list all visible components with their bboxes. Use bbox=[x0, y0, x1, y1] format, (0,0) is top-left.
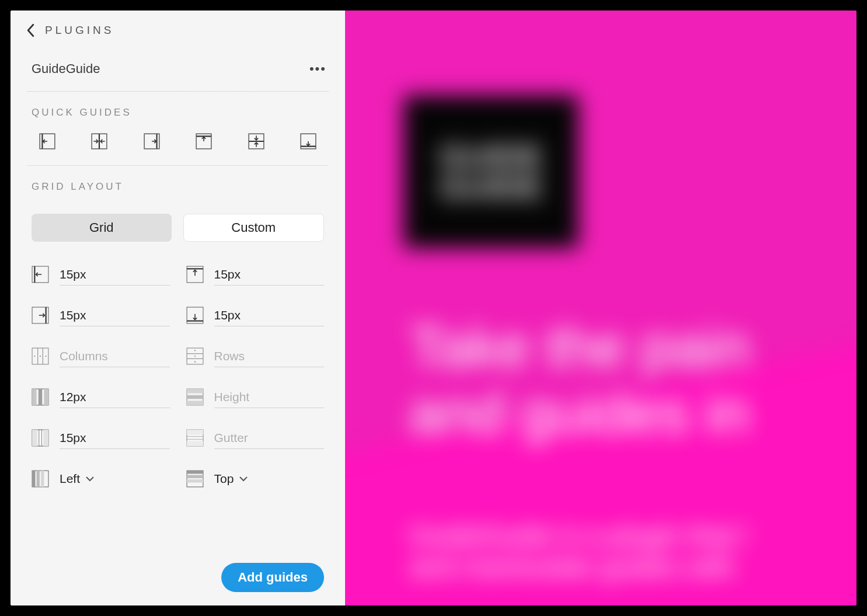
v-align-value: Top bbox=[214, 472, 234, 486]
quick-guide-top[interactable] bbox=[194, 131, 214, 151]
canvas-preview: GUIDE GUIDE Take the pain and guides in … bbox=[345, 11, 856, 605]
svg-rect-49 bbox=[32, 471, 35, 487]
v-align-select[interactable]: Top bbox=[214, 472, 248, 486]
svg-rect-37 bbox=[187, 389, 203, 394]
svg-rect-41 bbox=[32, 430, 37, 446]
section-quick-guides-label: QUICK GUIDES bbox=[11, 92, 345, 127]
grid-mode-toggle: Grid Custom bbox=[11, 201, 345, 249]
svg-rect-39 bbox=[187, 401, 203, 405]
columns-input[interactable] bbox=[60, 349, 170, 363]
plugin-name: GuideGuide bbox=[32, 61, 100, 76]
column-width-icon bbox=[32, 388, 49, 406]
chevron-down-icon bbox=[86, 476, 94, 482]
plugin-panel: PLUGINS GuideGuide ••• QUICK GUIDES bbox=[11, 11, 345, 605]
canvas-logo: GUIDE GUIDE bbox=[403, 95, 579, 248]
chevron-left-icon bbox=[27, 24, 34, 37]
svg-rect-55 bbox=[187, 479, 203, 482]
svg-rect-45 bbox=[187, 430, 203, 435]
row-height-icon bbox=[186, 388, 204, 406]
rows-icon bbox=[186, 347, 204, 365]
margin-right-input[interactable] bbox=[60, 308, 170, 322]
svg-point-25 bbox=[46, 356, 47, 357]
breadcrumb[interactable]: PLUGINS bbox=[11, 11, 345, 50]
rows-input[interactable] bbox=[214, 349, 325, 363]
svg-rect-51 bbox=[41, 471, 44, 487]
canvas-subtext: GuideGuide is a plugin that l and maniou… bbox=[409, 520, 747, 583]
margin-left-input[interactable] bbox=[60, 267, 170, 281]
quick-guide-h-center[interactable] bbox=[89, 131, 109, 151]
quick-guide-bottom[interactable] bbox=[298, 131, 318, 151]
svg-rect-38 bbox=[187, 395, 203, 399]
svg-rect-43 bbox=[43, 430, 48, 446]
margin-right-icon bbox=[32, 307, 49, 324]
svg-point-30 bbox=[194, 356, 195, 357]
margin-bottom-icon bbox=[186, 307, 204, 324]
row-height-input[interactable] bbox=[214, 390, 325, 404]
svg-point-24 bbox=[40, 356, 41, 357]
row-gutter-icon bbox=[186, 429, 204, 447]
svg-rect-53 bbox=[187, 471, 203, 474]
margin-left-icon bbox=[32, 266, 49, 283]
margin-top-icon bbox=[186, 266, 204, 283]
h-align-select[interactable]: Left bbox=[60, 472, 94, 486]
svg-rect-33 bbox=[32, 389, 36, 405]
tab-grid[interactable]: Grid bbox=[32, 214, 172, 242]
canvas-heading: Take the pain and guides in bbox=[409, 314, 750, 446]
svg-point-31 bbox=[194, 361, 195, 363]
nav-back-label: PLUGINS bbox=[45, 24, 114, 37]
svg-rect-34 bbox=[39, 389, 42, 405]
h-align-icon bbox=[32, 470, 49, 488]
h-align-value: Left bbox=[60, 472, 80, 486]
quick-guides-row bbox=[11, 127, 345, 165]
svg-rect-35 bbox=[44, 389, 48, 405]
svg-rect-54 bbox=[187, 475, 203, 478]
add-guides-button[interactable]: Add guides bbox=[221, 563, 324, 592]
v-align-icon bbox=[186, 470, 204, 488]
margin-bottom-input[interactable] bbox=[214, 308, 325, 322]
margin-top-input[interactable] bbox=[214, 267, 325, 281]
more-icon[interactable]: ••• bbox=[309, 61, 326, 76]
svg-point-23 bbox=[34, 356, 35, 357]
chevron-down-icon bbox=[239, 476, 248, 482]
tab-custom[interactable]: Custom bbox=[183, 214, 325, 242]
plugin-header: GuideGuide ••• bbox=[11, 50, 345, 88]
quick-guide-right[interactable] bbox=[142, 131, 162, 151]
quick-guide-v-center[interactable] bbox=[246, 131, 266, 151]
svg-rect-42 bbox=[39, 430, 41, 446]
columns-icon bbox=[32, 347, 49, 365]
section-grid-layout-label: GRID LAYOUT bbox=[11, 166, 345, 201]
svg-rect-46 bbox=[187, 437, 203, 439]
column-width-input[interactable] bbox=[60, 390, 170, 404]
svg-rect-50 bbox=[37, 471, 40, 487]
svg-point-29 bbox=[194, 350, 195, 351]
quick-guide-left[interactable] bbox=[37, 131, 57, 151]
column-gutter-icon bbox=[32, 429, 49, 447]
svg-rect-47 bbox=[187, 441, 203, 446]
row-gutter-input[interactable] bbox=[214, 431, 325, 445]
column-gutter-input[interactable] bbox=[60, 431, 170, 445]
